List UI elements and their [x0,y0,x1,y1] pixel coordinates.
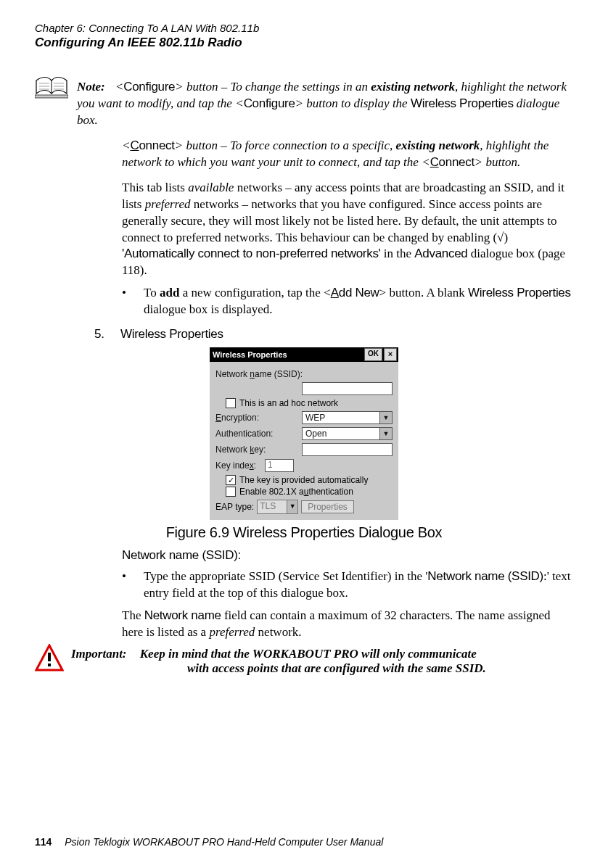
key-auto-checkbox[interactable]: The key is provided automatically [226,475,393,485]
chevron-down-icon: ▼ [287,500,297,513]
header-section: Configuring An IEEE 802.11b Radio [35,36,573,50]
important-block: Important: Keep in mind that the WORKABO… [35,647,573,676]
bullet-add-config: • To add a new configuration, tap the <A… [122,285,573,318]
network-key-input[interactable] [302,443,393,456]
dialog-titlebar: Wireless Properties OK × [210,347,398,362]
adhoc-label: This is an ad hoc network [239,398,338,408]
important-text-line1: Keep in mind that the WORKABOUT PRO will… [140,647,477,661]
checkbox-checked-icon [226,475,236,485]
authentication-combo[interactable]: Open ▼ [302,427,393,440]
checkbox-icon [226,398,236,408]
manual-title: Psion Teklogix WORKABOUT PRO Hand-Held C… [65,836,383,848]
adhoc-checkbox[interactable]: This is an ad hoc network [226,398,393,408]
note-para2: <Connect> button – To force connection t… [122,138,573,171]
eap-type-label: EAP type: [215,502,254,512]
note-label: Note: [77,80,105,94]
key-index-input[interactable]: 1 [265,459,294,472]
ok-button[interactable]: OK [364,348,382,361]
ssid-paragraph: The Network name field can contain a max… [122,608,573,641]
eap-type-combo: TLS ▼ [257,500,298,514]
checkbox-icon [226,487,236,497]
warning-icon [35,644,64,676]
key-auto-label: The key is provided automatically [239,475,368,485]
enable-8021x-checkbox[interactable]: Enable 802.1X authentication [226,487,393,497]
page-number: 114 [35,836,52,848]
step-5-heading: 5.Wireless Properties [94,327,573,342]
figure-wireless-properties: Wireless Properties OK × Network name (S… [35,347,573,520]
open-book-icon [35,75,68,102]
important-label: Important: [71,647,127,661]
encryption-label: Encryption: [215,413,259,423]
note-block: Note: <Configure> button – To change the… [35,79,573,129]
svg-rect-1 [48,653,51,661]
chevron-down-icon: ▼ [379,428,392,439]
network-key-label: Network key: [215,445,266,455]
key-index-label: Key index: [215,460,256,471]
body-paragraph: This tab lists available networks – any … [122,180,573,280]
chevron-down-icon: ▼ [379,412,392,423]
ssid-label: Network name (SSID): [215,369,303,379]
close-icon[interactable]: × [384,348,397,361]
ssid-bullet: • Type the appropriate SSID (Service Set… [122,569,573,602]
dialog-title: Wireless Properties [213,350,364,359]
important-text-line2: with access points that are configured w… [187,661,573,676]
note-para1: <Configure> button – To change the setti… [77,80,567,127]
authentication-label: Authentication: [215,429,273,439]
page-footer: 114 Psion Teklogix WORKABOUT PRO Hand-He… [35,836,383,848]
ssid-subheading: Network name (SSID): [122,548,573,563]
header-chapter: Chapter 6: Connecting To A LAN With 802.… [35,22,573,34]
figure-caption: Figure 6.9 Wireless Properties Dialogue … [35,524,573,541]
properties-button: Properties [301,500,354,513]
ssid-input[interactable] [302,382,393,395]
wireless-properties-dialog: Wireless Properties OK × Network name (S… [210,347,398,520]
svg-rect-2 [48,664,51,666]
encryption-combo[interactable]: WEP ▼ [302,411,393,424]
enable-8021x-label: Enable 802.1X authentication [239,487,353,497]
